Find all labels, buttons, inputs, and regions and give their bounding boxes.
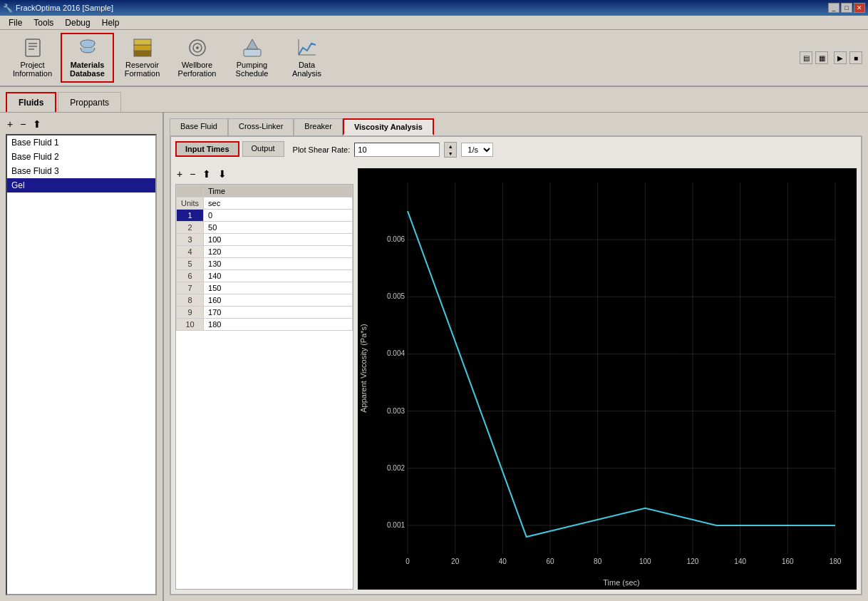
table-row-num: 6: [177, 270, 204, 282]
panel-toolbar: + − ⬆: [6, 118, 157, 130]
svg-point-10: [196, 46, 199, 49]
table-row-num: 4: [177, 246, 204, 258]
content-split: + − ⬆ ⬇ Time: [175, 168, 857, 590]
svg-marker-12: [247, 39, 258, 49]
tab-output[interactable]: Output: [242, 141, 284, 157]
tab-base-fluid[interactable]: Base Fluid: [170, 118, 228, 135]
table-units-label: Units: [177, 197, 204, 210]
tab-cross-linker[interactable]: Cross-Linker: [228, 118, 294, 135]
svg-rect-5: [134, 51, 151, 56]
svg-rect-0: [26, 39, 40, 56]
list-item[interactable]: Gel: [7, 178, 155, 192]
menu-file[interactable]: File: [3, 16, 28, 29]
toolbar-pumping[interactable]: PumpingSchedule: [225, 33, 279, 83]
inner-tabs: Base Fluid Cross-Linker Breaker Viscosit…: [170, 118, 862, 135]
toolbar-right-buttons: ▤ ▦ ▶ ■: [800, 51, 862, 64]
toolbar-wellbore-label: WellborePerforation: [178, 61, 217, 78]
table-row-value[interactable]: 50: [204, 222, 353, 234]
remove-row-button[interactable]: −: [188, 168, 197, 180]
svg-rect-7: [134, 39, 151, 45]
table-row-value[interactable]: 120: [204, 246, 353, 258]
shear-rate-down[interactable]: ▼: [445, 150, 456, 157]
svg-rect-11: [244, 49, 261, 56]
import-fluid-button[interactable]: ⬆: [31, 118, 43, 130]
data-table-area: + − ⬆ ⬇ Time: [175, 168, 353, 590]
fluid-list: Base Fluid 1 Base Fluid 2 Base Fluid 3 G…: [6, 134, 157, 595]
menu-bar: File Tools Debug Help: [0, 16, 868, 30]
app-title: FrackOptima 2016 [Sample]: [16, 4, 113, 12]
toolbar-materials-db[interactable]: MaterialsDatabase: [61, 33, 114, 83]
project-info-icon: [23, 38, 43, 58]
table-row-value[interactable]: 0: [204, 210, 353, 222]
data-analysis-icon: [297, 38, 317, 58]
table-col-num: [177, 185, 204, 197]
right-panel: Base Fluid Cross-Linker Breaker Viscosit…: [164, 113, 868, 601]
shear-rate-input[interactable]: [354, 143, 440, 157]
shear-rate-label: Plot Shear Rate:: [293, 145, 351, 154]
toolbar-pumping-label: PumpingSchedule: [236, 61, 269, 78]
sub-toolbar: Fluids Proppants: [0, 87, 868, 113]
table-row-num: 5: [177, 258, 204, 270]
import-row-button[interactable]: ⬆: [201, 168, 212, 180]
toolbar-materials-db-label: MaterialsDatabase: [70, 61, 105, 78]
table-col-time: Time: [204, 185, 353, 197]
table-row-num: 7: [177, 282, 204, 294]
table-row-num: 8: [177, 294, 204, 307]
table-row-value[interactable]: 180: [204, 319, 353, 331]
remove-fluid-button[interactable]: −: [19, 118, 27, 130]
tab-input-times[interactable]: Input Times: [175, 141, 239, 157]
toolbar-right-btn-3[interactable]: ▶: [834, 51, 847, 64]
tab-viscosity-analysis[interactable]: Viscosity Analysis: [343, 118, 434, 135]
materials-db-icon: [78, 38, 98, 58]
svg-rect-6: [134, 45, 151, 51]
list-item[interactable]: Base Fluid 2: [7, 150, 155, 164]
export-row-button[interactable]: ⬇: [217, 168, 228, 180]
toolbar-right-btn-1[interactable]: ▤: [800, 51, 812, 64]
shear-rate-up[interactable]: ▲: [445, 143, 456, 150]
menu-debug[interactable]: Debug: [59, 16, 95, 29]
main-toolbar: ProjectInformation MaterialsDatabase Res…: [0, 30, 868, 87]
window-controls: _ □ ✕: [828, 3, 865, 13]
toolbar-wellbore[interactable]: WellborePerforation: [170, 33, 224, 83]
wellbore-icon: [187, 38, 207, 58]
shear-rate-row: Plot Shear Rate: ▲ ▼ 1/s: [293, 142, 494, 158]
toolbar-project-info[interactable]: ProjectInformation: [6, 33, 59, 83]
chart-area: [358, 168, 857, 590]
add-fluid-button[interactable]: +: [6, 118, 14, 130]
add-row-button[interactable]: +: [175, 168, 184, 180]
io-tabs: Input Times Output: [175, 141, 284, 157]
toolbar-right-btn-2[interactable]: ▦: [815, 51, 828, 64]
list-item[interactable]: Base Fluid 1: [7, 135, 155, 150]
title-bar: 🔧 FrackOptima 2016 [Sample] _ □ ✕: [0, 0, 868, 16]
inner-content: Input Times Output Plot Shear Rate: ▲ ▼ …: [170, 135, 862, 595]
unit-select[interactable]: 1/s: [461, 143, 493, 157]
table-row-num: 2: [177, 222, 204, 234]
table-row-value[interactable]: 140: [204, 270, 353, 282]
table-row-value[interactable]: 160: [204, 294, 353, 307]
content-area: + − ⬆ Base Fluid 1 Base Fluid 2 Base Flu…: [0, 113, 868, 601]
maximize-button[interactable]: □: [841, 3, 852, 13]
toolbar-reservoir[interactable]: ReservoirFormation: [115, 33, 169, 83]
viscosity-chart: [358, 168, 857, 590]
list-item[interactable]: Base Fluid 3: [7, 164, 155, 178]
toolbar-right-btn-4[interactable]: ■: [849, 51, 862, 64]
menu-tools[interactable]: Tools: [28, 16, 59, 29]
toolbar-data-analysis[interactable]: DataAnalysis: [280, 33, 334, 83]
table-row-value[interactable]: 150: [204, 282, 353, 294]
table-row-num: 3: [177, 234, 204, 246]
tab-proppants[interactable]: Proppants: [58, 92, 121, 112]
close-button[interactable]: ✕: [854, 3, 865, 13]
shear-rate-spinner: ▲ ▼: [444, 142, 457, 158]
table-row-value[interactable]: 100: [204, 234, 353, 246]
menu-help[interactable]: Help: [96, 16, 125, 29]
table-row-value[interactable]: 130: [204, 258, 353, 270]
toolbar-reservoir-label: ReservoirFormation: [125, 61, 160, 78]
table-row-value[interactable]: 170: [204, 307, 353, 319]
app-icon: 🔧: [3, 4, 13, 13]
tab-breaker[interactable]: Breaker: [294, 118, 343, 135]
table-units-value: sec: [204, 197, 353, 210]
data-table: Time Units sec 1025031004120513061407150…: [175, 184, 353, 590]
tab-fluids[interactable]: Fluids: [6, 92, 56, 112]
minimize-button[interactable]: _: [828, 3, 839, 13]
table-row-num: 1: [177, 210, 204, 222]
